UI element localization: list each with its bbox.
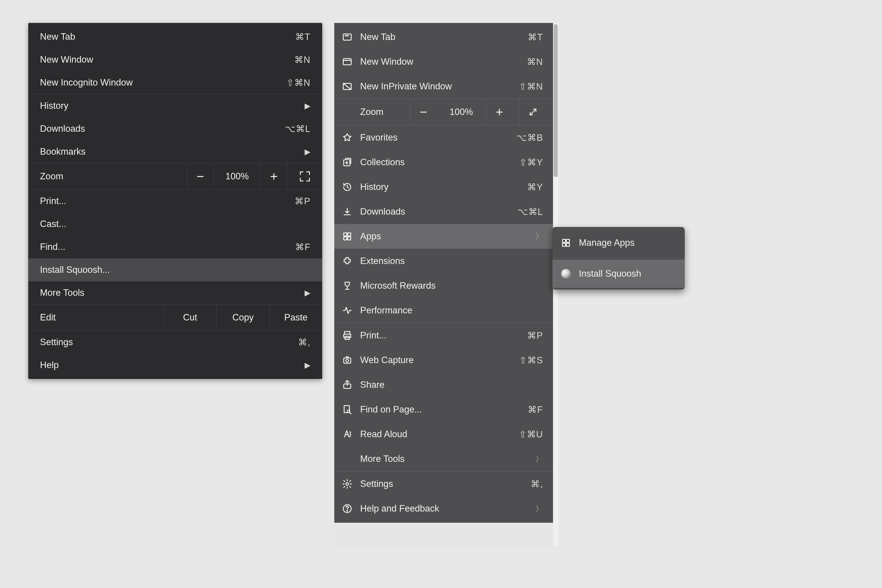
svg-point-21 xyxy=(347,510,348,511)
edge-overflow-menu: New Tab ⌘T New Window ⌘N New InPrivate W… xyxy=(334,23,553,523)
menu-item-settings[interactable]: Settings ⌘, xyxy=(334,472,553,496)
menu-label: New InPrivate Window xyxy=(360,81,512,92)
fullscreen-icon xyxy=(300,171,310,182)
zoom-out-button[interactable]: − xyxy=(410,99,436,125)
performance-icon xyxy=(341,304,353,316)
menu-item-share[interactable]: Share xyxy=(334,372,553,397)
zoom-label: Zoom xyxy=(28,164,187,189)
menu-separator xyxy=(552,258,685,258)
menu-item-print[interactable]: Print... ⌘P xyxy=(334,323,553,348)
menu-item-favorites[interactable]: Favorites ⌥⌘B xyxy=(334,125,553,150)
menu-item-history[interactable]: History ⌘Y xyxy=(334,175,553,200)
svg-point-1 xyxy=(345,36,346,36)
menu-item-find[interactable]: Find... ⌘F xyxy=(28,236,322,258)
menu-label: History xyxy=(360,182,520,192)
menu-label: Downloads xyxy=(360,206,510,217)
menu-item-new-incognito-window[interactable]: New Incognito Window ⇧⌘N xyxy=(28,71,322,94)
copy-button[interactable]: Copy xyxy=(216,304,269,330)
menu-label: Bookmarks xyxy=(40,146,304,157)
menu-label: New Incognito Window xyxy=(40,77,286,88)
menu-item-cast[interactable]: Cast... xyxy=(28,213,322,236)
menu-label: More Tools xyxy=(360,454,528,464)
svg-rect-22 xyxy=(562,239,566,243)
menu-item-help[interactable]: Help ▶ xyxy=(28,354,322,376)
menu-shortcut: ⌘, xyxy=(298,337,310,348)
menu-label: More Tools xyxy=(40,288,304,298)
zoom-in-button[interactable]: + xyxy=(261,164,287,189)
scrollbar-thumb[interactable] xyxy=(554,24,558,177)
menu-label: Collections xyxy=(360,157,512,168)
cut-button[interactable]: Cut xyxy=(164,304,216,330)
menu-item-history[interactable]: History ▶ xyxy=(28,94,322,117)
menu-item-microsoft-rewards[interactable]: Microsoft Rewards xyxy=(334,273,553,298)
find-icon xyxy=(341,404,353,416)
menu-label: Find on Page... xyxy=(360,404,520,415)
menu-label: Print... xyxy=(360,330,520,341)
menu-item-new-window[interactable]: New Window ⌘N xyxy=(334,50,553,74)
menu-shortcut: ⇧⌘N xyxy=(286,77,310,88)
svg-rect-17 xyxy=(344,406,350,413)
menu-label: New Tab xyxy=(40,32,295,42)
zoom-in-button[interactable]: + xyxy=(486,99,513,125)
menu-shortcut: ⌘F xyxy=(295,242,310,252)
expand-icon xyxy=(528,107,538,117)
svg-point-3 xyxy=(348,36,348,36)
menu-item-read-aloud[interactable]: Read Aloud ⇧⌘U xyxy=(334,422,553,447)
svg-rect-23 xyxy=(567,239,570,243)
edit-label: Edit xyxy=(28,304,164,330)
zoom-out-button[interactable]: − xyxy=(187,164,213,189)
extensions-icon xyxy=(341,255,353,267)
menu-item-performance[interactable]: Performance xyxy=(334,298,553,323)
menu-label: Web Capture xyxy=(360,355,512,366)
svg-rect-7 xyxy=(344,233,347,236)
svg-rect-25 xyxy=(567,243,570,247)
chevron-right-icon: 〉 xyxy=(536,454,543,464)
zoom-row: Zoom − 100% + xyxy=(334,99,553,125)
svg-rect-0 xyxy=(344,34,351,40)
squoosh-app-icon xyxy=(560,268,572,280)
menu-label: Extensions xyxy=(360,256,543,266)
menu-shortcut: ⇧⌘N xyxy=(519,81,543,92)
menu-shortcut: ⌥⌘L xyxy=(285,123,310,134)
menu-item-new-tab[interactable]: New Tab ⌘T xyxy=(334,25,553,50)
menu-item-new-tab[interactable]: New Tab ⌘T xyxy=(28,25,322,48)
chevron-right-icon: 〉 xyxy=(536,231,543,242)
submenu-item-install-squoosh[interactable]: Install Squoosh xyxy=(552,260,685,288)
menu-label: History xyxy=(40,100,304,111)
menu-item-find-on-page[interactable]: Find on Page... ⌘F xyxy=(334,397,553,422)
menu-item-install-squoosh[interactable]: Install Squoosh... xyxy=(28,258,322,281)
menu-label: Apps xyxy=(360,231,528,242)
menu-label: Read Aloud xyxy=(360,429,512,440)
menu-item-downloads[interactable]: Downloads ⌥⌘L xyxy=(334,200,553,224)
new-tab-icon xyxy=(341,31,353,43)
fullscreen-button[interactable] xyxy=(519,99,546,125)
menu-shortcut: ⌘N xyxy=(294,54,310,65)
submenu-item-manage-apps[interactable]: Manage Apps xyxy=(552,229,685,257)
menu-item-print[interactable]: Print... ⌘P xyxy=(28,190,322,213)
menu-shortcut: ⇧⌘Y xyxy=(519,157,543,168)
blank-icon xyxy=(341,453,353,465)
menu-item-more-tools[interactable]: More Tools ▶ xyxy=(28,281,322,304)
paste-button[interactable]: Paste xyxy=(269,304,322,330)
menu-shortcut: ⇧⌘U xyxy=(519,429,543,440)
menu-item-new-inprivate-window[interactable]: New InPrivate Window ⇧⌘N xyxy=(334,74,553,99)
settings-icon xyxy=(341,478,353,490)
menu-label: New Window xyxy=(40,54,294,65)
zoom-value: 100% xyxy=(444,107,479,117)
menu-item-downloads[interactable]: Downloads ⌥⌘L xyxy=(28,117,322,140)
menu-item-apps[interactable]: Apps 〉 xyxy=(334,224,553,249)
menu-item-bookmarks[interactable]: Bookmarks ▶ xyxy=(28,140,322,163)
menu-item-help-and-feedback[interactable]: Help and Feedback 〉 xyxy=(334,496,553,521)
menu-label: Find... xyxy=(40,242,295,252)
menu-item-new-window[interactable]: New Window ⌘N xyxy=(28,48,322,71)
chevron-right-icon: 〉 xyxy=(536,504,543,514)
apps-icon xyxy=(341,231,353,242)
menu-item-settings[interactable]: Settings ⌘, xyxy=(28,331,322,354)
menu-item-more-tools[interactable]: More Tools 〉 xyxy=(334,447,553,471)
fullscreen-button[interactable] xyxy=(287,164,322,189)
menu-item-extensions[interactable]: Extensions xyxy=(334,249,553,273)
menu-item-web-capture[interactable]: Web Capture ⇧⌘S xyxy=(334,348,553,372)
chevron-right-icon: ▶ xyxy=(304,101,310,111)
menu-item-collections[interactable]: Collections ⇧⌘Y xyxy=(334,150,553,175)
menu-label: Share xyxy=(360,380,543,390)
